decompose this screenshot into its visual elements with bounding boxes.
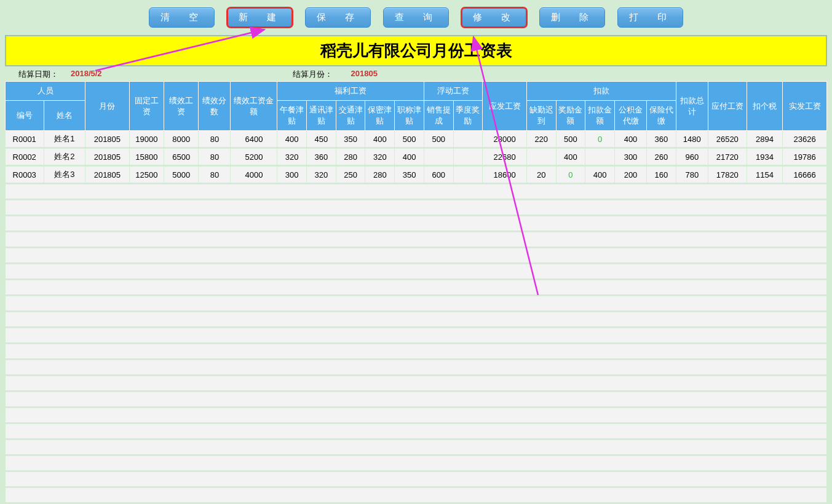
cell-perf_amt[interactable]: 6400 bbox=[231, 131, 277, 148]
table-row[interactable]: R0002姓名220180515800650080520032036028032… bbox=[6, 148, 827, 166]
cell-perf[interactable]: 6500 bbox=[164, 148, 199, 166]
cell-score[interactable]: 80 bbox=[199, 166, 231, 184]
th-bonus: 奖励金额 bbox=[556, 101, 585, 131]
cell-tax[interactable]: 2894 bbox=[747, 131, 783, 148]
cell-title[interactable]: 500 bbox=[395, 131, 424, 148]
cell-actual[interactable]: 19786 bbox=[783, 148, 827, 166]
salary-table: 人员 月份 固定工资 绩效工资 绩效分数 绩效工资金额 福利工资 浮动工资 应发… bbox=[5, 81, 827, 504]
cell-no[interactable]: R0003 bbox=[6, 166, 44, 184]
table-row[interactable]: R0003姓名320180512500500080400030032025028… bbox=[6, 166, 827, 184]
modify-button[interactable]: 修 改 bbox=[461, 7, 527, 28]
query-button[interactable]: 查 询 bbox=[383, 7, 449, 28]
empty-cell bbox=[6, 328, 827, 344]
cell-lunch[interactable]: 400 bbox=[277, 131, 307, 148]
cell-lunch[interactable]: 300 bbox=[277, 166, 307, 184]
cell-bonus[interactable]: 0 bbox=[556, 166, 585, 184]
cell-no[interactable]: R0001 bbox=[6, 131, 44, 148]
cell-absent[interactable]: 20 bbox=[526, 166, 556, 184]
table-row-empty bbox=[6, 487, 827, 503]
cell-title[interactable]: 400 bbox=[395, 148, 424, 166]
cell-net[interactable]: 26520 bbox=[708, 131, 747, 148]
cell-dtot[interactable]: 780 bbox=[676, 166, 708, 184]
save-button[interactable]: 保 存 bbox=[305, 7, 371, 28]
cell-fund[interactable]: 400 bbox=[614, 131, 646, 148]
cell-month[interactable]: 201805 bbox=[85, 166, 130, 184]
table-row-empty bbox=[6, 184, 827, 200]
cell-quarter[interactable] bbox=[453, 148, 483, 166]
cell-gross[interactable]: 28000 bbox=[483, 131, 527, 148]
table-row[interactable]: R0001姓名120180519000800080640040045035040… bbox=[6, 131, 827, 148]
cell-month[interactable]: 201805 bbox=[85, 131, 130, 148]
th-absent: 缺勤迟到 bbox=[526, 101, 556, 131]
table-row-empty bbox=[6, 264, 827, 280]
cell-fund[interactable]: 200 bbox=[614, 166, 646, 184]
cell-comm[interactable]: 360 bbox=[307, 148, 336, 166]
cell-ins[interactable]: 260 bbox=[647, 148, 676, 166]
cell-quarter[interactable] bbox=[453, 131, 483, 148]
new-button[interactable]: 新 建 bbox=[227, 7, 293, 28]
cell-perf_amt[interactable]: 4000 bbox=[231, 166, 277, 184]
table-row-empty bbox=[6, 471, 827, 487]
print-button[interactable]: 打 印 bbox=[617, 7, 683, 28]
cell-fund[interactable]: 300 bbox=[614, 148, 646, 166]
cell-trans[interactable]: 280 bbox=[336, 148, 365, 166]
cell-perf_amt[interactable]: 5200 bbox=[231, 148, 277, 166]
cell-deduct[interactable] bbox=[585, 148, 615, 166]
cell-fixed[interactable]: 12500 bbox=[129, 166, 164, 184]
cell-trans[interactable]: 350 bbox=[336, 131, 365, 148]
cell-deduct[interactable]: 0 bbox=[585, 131, 615, 148]
cell-name[interactable]: 姓名1 bbox=[44, 131, 85, 148]
cell-quarter[interactable] bbox=[453, 166, 483, 184]
cell-secret[interactable]: 320 bbox=[365, 148, 395, 166]
cell-comm[interactable]: 320 bbox=[307, 166, 336, 184]
cell-bonus[interactable]: 500 bbox=[556, 131, 585, 148]
cell-tax[interactable]: 1934 bbox=[747, 148, 783, 166]
cell-trans[interactable]: 250 bbox=[336, 166, 365, 184]
table-row-empty bbox=[6, 216, 827, 232]
cell-lunch[interactable]: 320 bbox=[277, 148, 307, 166]
cell-absent[interactable] bbox=[526, 148, 556, 166]
cell-score[interactable]: 80 bbox=[199, 131, 231, 148]
cell-sales[interactable]: 500 bbox=[424, 131, 453, 148]
th-title: 职称津贴 bbox=[395, 101, 424, 131]
cell-fixed[interactable]: 15800 bbox=[129, 148, 164, 166]
cell-score[interactable]: 80 bbox=[199, 148, 231, 166]
cell-month[interactable]: 201805 bbox=[85, 148, 130, 166]
clear-button[interactable]: 清 空 bbox=[149, 7, 215, 28]
cell-dtot[interactable]: 960 bbox=[676, 148, 708, 166]
empty-cell bbox=[6, 392, 827, 408]
cell-secret[interactable]: 400 bbox=[365, 131, 395, 148]
cell-name[interactable]: 姓名2 bbox=[44, 148, 85, 166]
delete-button[interactable]: 删 除 bbox=[539, 7, 605, 28]
cell-deduct[interactable]: 400 bbox=[585, 166, 615, 184]
cell-sales[interactable]: 600 bbox=[424, 166, 453, 184]
th-float: 浮动工资 bbox=[424, 82, 482, 101]
cell-absent[interactable]: 220 bbox=[526, 131, 556, 148]
empty-cell bbox=[6, 360, 827, 376]
cell-net[interactable]: 21720 bbox=[708, 148, 747, 166]
page-title: 稻壳儿有限公司月份工资表 bbox=[5, 35, 827, 66]
cell-tax[interactable]: 1154 bbox=[747, 166, 783, 184]
cell-title[interactable]: 350 bbox=[395, 166, 424, 184]
cell-no[interactable]: R0002 bbox=[6, 148, 44, 166]
cell-name[interactable]: 姓名3 bbox=[44, 166, 85, 184]
cell-secret[interactable]: 280 bbox=[365, 166, 395, 184]
cell-gross[interactable]: 18600 bbox=[483, 166, 527, 184]
th-dtot: 扣款总计 bbox=[676, 82, 708, 131]
cell-fixed[interactable]: 19000 bbox=[129, 131, 164, 148]
cell-actual[interactable]: 23626 bbox=[783, 131, 827, 148]
cell-dtot[interactable]: 1480 bbox=[676, 131, 708, 148]
cell-sales[interactable] bbox=[424, 148, 453, 166]
table-row-empty bbox=[6, 408, 827, 423]
cell-ins[interactable]: 160 bbox=[647, 166, 676, 184]
cell-perf[interactable]: 8000 bbox=[164, 131, 199, 148]
cell-net[interactable]: 17820 bbox=[708, 166, 747, 184]
settle-date-label: 结算日期： bbox=[18, 69, 58, 80]
cell-ins[interactable]: 360 bbox=[647, 131, 676, 148]
cell-comm[interactable]: 450 bbox=[307, 131, 336, 148]
empty-cell bbox=[6, 376, 827, 392]
cell-perf[interactable]: 5000 bbox=[164, 166, 199, 184]
cell-actual[interactable]: 16666 bbox=[783, 166, 827, 184]
cell-bonus[interactable]: 400 bbox=[556, 148, 585, 166]
cell-gross[interactable]: 22680 bbox=[483, 148, 527, 166]
